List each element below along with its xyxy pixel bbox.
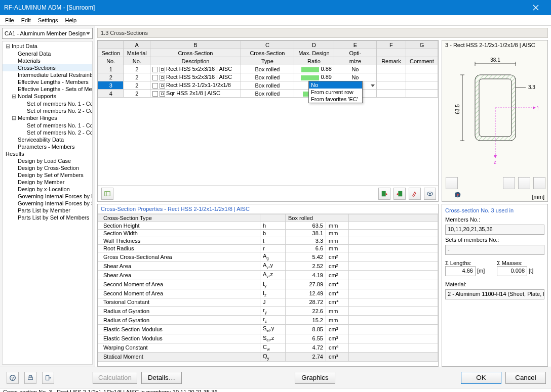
case-combo[interactable]: CA1 - Aluminum Member Design xyxy=(2,28,93,39)
title-bar: RF-ALUMINUM ADM - [Sunroom] xyxy=(0,0,551,15)
main-area: CA1 - Aluminum Member Design ⊟ Input Dat… xyxy=(0,26,551,367)
sumlen-value: 4.66 xyxy=(445,266,476,276)
library-button[interactable] xyxy=(101,188,113,200)
cancel-button[interactable]: Cancel xyxy=(505,372,546,384)
menu-edit[interactable]: Edit xyxy=(21,17,31,23)
svg-rect-2 xyxy=(382,191,386,196)
property-row: Radius of Gyrationrz15.2mm xyxy=(98,316,438,325)
nav-item[interactable]: Set of members No. 2 - Corner xyxy=(3,107,92,114)
table-row[interactable]: 42Sqr HSS 2x1/8 | AISCBox rolled 0.79 xyxy=(98,90,438,98)
optimize-option-favorites[interactable]: From favorites 'EC' xyxy=(309,96,362,103)
members-field[interactable]: 10,11,20,21,35,36 xyxy=(445,225,544,235)
stress-button[interactable] xyxy=(533,177,545,189)
nav-item[interactable]: Materials xyxy=(3,57,92,64)
nav-item[interactable]: Intermediate Lateral Restraints xyxy=(3,71,92,78)
calculation-button[interactable]: Calculation xyxy=(93,372,137,384)
dims-button[interactable] xyxy=(518,177,530,189)
svg-point-28 xyxy=(457,194,459,196)
property-row: Root Radiusr6.6mm xyxy=(98,245,438,252)
summass-label: Σ Masses: xyxy=(497,260,523,266)
help-button[interactable]: ? xyxy=(7,372,19,384)
close-button[interactable] xyxy=(524,0,547,15)
view-button[interactable] xyxy=(424,188,436,200)
sumlen-label: Σ Lengths: xyxy=(445,260,471,266)
table-toolbar xyxy=(98,185,438,201)
ok-button[interactable]: OK xyxy=(461,372,501,384)
optimize-dropdown[interactable]: No From current row From favorites 'EC' xyxy=(308,81,363,103)
table-row[interactable]: 22Rect HSS 5x2x3/16 | AISCBox rolled 0.8… xyxy=(98,73,438,81)
nav-item[interactable]: ⊟ Nodal Supports xyxy=(3,93,92,100)
property-row: Elastic Section ModulusSel,z6.55cm³ xyxy=(98,334,438,343)
property-row: Second Moment of AreaIz12.49cm⁴ xyxy=(98,289,438,298)
svg-rect-33 xyxy=(46,375,49,380)
nav-item[interactable]: Design by Member xyxy=(3,179,92,186)
cross-sections-table[interactable]: ABCDEFG SectionMaterialCross-SectionCros… xyxy=(97,40,439,202)
svg-text:?: ? xyxy=(12,375,14,380)
graphics-button[interactable]: Graphics xyxy=(295,372,335,384)
nav-tree[interactable]: ⊟ Input Data General Data Materials Cros… xyxy=(2,41,93,365)
optimize-option-currentrow[interactable]: From current row xyxy=(309,89,362,96)
details-button[interactable]: Details… xyxy=(141,372,182,384)
nav-item[interactable]: Serviceability Data xyxy=(3,136,92,143)
preview-graphic: 38.1 63.5 3.3 y xyxy=(452,55,538,176)
nav-item[interactable]: Effective Lengths - Members xyxy=(3,78,92,85)
material-label: Material: xyxy=(445,281,544,287)
nav-item[interactable]: Set of members No. 1 - Corner xyxy=(3,122,92,129)
properties-title: Cross-Section Properties - Rect HSS 2-1/… xyxy=(98,204,438,214)
nav-item[interactable]: Results xyxy=(3,150,92,157)
case-combo-label: CA1 - Aluminum Member Design xyxy=(5,30,86,36)
property-row: Second Moment of AreaIy27.89cm⁴ xyxy=(98,280,438,289)
nav-item[interactable]: Design by Set of Members xyxy=(3,171,92,179)
summass-unit: [t] xyxy=(529,268,533,274)
print-button[interactable] xyxy=(24,372,36,384)
nav-item[interactable]: Design by Load Case xyxy=(3,157,92,164)
sumlen-unit: [m] xyxy=(477,268,485,274)
axes-button[interactable] xyxy=(503,177,515,189)
svg-text:y: y xyxy=(537,105,538,110)
property-row: Elastic Section ModulusSel,y8.85cm³ xyxy=(98,325,438,334)
export-button[interactable] xyxy=(42,372,54,384)
property-row: Cross-Section TypeBox rolled xyxy=(98,214,438,222)
info-button[interactable]: i xyxy=(446,177,458,189)
nav-item[interactable]: Governing Internal Forces by Set xyxy=(3,200,92,207)
menu-file[interactable]: File xyxy=(5,17,14,23)
menu-settings[interactable]: Settings xyxy=(38,17,58,23)
nav-item[interactable]: Parts List by Set of Members xyxy=(3,214,92,221)
content-panel: 1.3 Cross-Sections ABCDEFG SectionMateri… xyxy=(95,26,551,367)
nav-item[interactable]: ⊟ Input Data xyxy=(3,42,92,50)
nav-item[interactable]: Set of members No. 2 - Corner xyxy=(3,129,92,136)
material-field[interactable]: 2 - Aluminum 1100-H14 (Sheet, Plate, Dra… xyxy=(445,289,544,299)
nav-item[interactable]: Governing Internal Forces by Member xyxy=(3,193,92,200)
svg-text:38.1: 38.1 xyxy=(490,57,500,63)
nav-item[interactable]: Parts List by Member xyxy=(3,207,92,214)
bottom-bar: ? Calculation Details… Graphics OK Cance… xyxy=(0,367,551,388)
cross-section-preview: 3 - Rect HSS 2-1/2x1-1/2x1/8 | AISC 38.1… xyxy=(442,40,548,202)
nav-item[interactable]: Effective Lengths - Sets of Members xyxy=(3,85,92,93)
export-excel-button[interactable] xyxy=(378,188,390,200)
svg-rect-3 xyxy=(398,191,402,196)
properties-table[interactable]: Cross-Section TypeBox rolledSection Heig… xyxy=(98,214,438,366)
optimize-option-no[interactable]: No xyxy=(309,81,362,89)
nav-item[interactable]: Design by x-Location xyxy=(3,186,92,193)
nav-item[interactable]: Parameters - Members xyxy=(3,143,92,150)
properties-panel: Cross-Section Properties - Rect HSS 2-1/… xyxy=(97,204,439,367)
property-row: Section Heighth63.5mm xyxy=(98,222,438,230)
menu-help[interactable]: Help xyxy=(65,17,76,23)
table-row[interactable]: 32Rect HSS 2-1/2x1-1/2x1/8Box rolled 0.3… xyxy=(98,81,438,90)
nav-item[interactable]: Set of members No. 1 - Corner xyxy=(3,100,92,107)
property-row: Section Widthb38.1mm xyxy=(98,230,438,237)
sets-field[interactable]: - xyxy=(445,245,544,255)
pick-button[interactable] xyxy=(409,188,421,200)
svg-marker-23 xyxy=(533,106,536,109)
nav-item[interactable]: ⊟ Member Hinges xyxy=(3,114,92,122)
import-excel-button[interactable] xyxy=(393,188,406,200)
nav-item[interactable]: General Data xyxy=(3,50,92,57)
nav-item[interactable]: Cross-Sections xyxy=(3,64,92,71)
table-row[interactable]: 12Rect HSS 5x2x3/16 | AISCBox rolled 0.8… xyxy=(98,65,438,73)
nav-item[interactable]: Design by Cross-Section xyxy=(3,164,92,171)
property-row: Statical MomentQy2.74cm³ xyxy=(98,352,438,361)
property-row: Torsional ConstantJ28.72cm⁴ xyxy=(98,298,438,306)
property-row: Radius of Gyrationry22.6mm xyxy=(98,306,438,315)
property-row: Shear AreaAv,y2.52cm² xyxy=(98,262,438,271)
members-label: Members No.: xyxy=(445,216,544,223)
